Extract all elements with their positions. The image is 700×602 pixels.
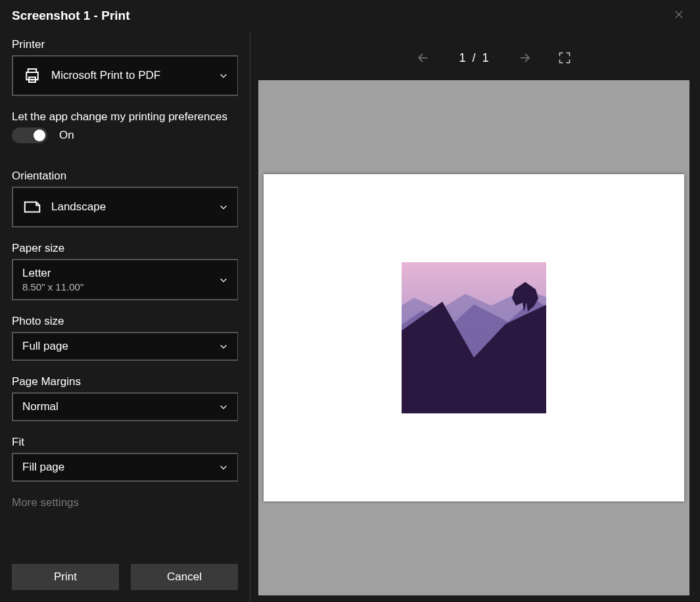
fit-label: Fit [12,436,238,449]
preview-page [264,174,684,501]
app-pref-label: Let the app change my printing preferenc… [12,110,238,124]
paper-size-label: Paper size [12,242,238,255]
page-margins-label: Page Margins [12,375,238,388]
chevron-down-icon [219,342,228,351]
landscape-icon [22,197,42,217]
fit-select[interactable]: Fill page [12,453,238,482]
app-pref-toggle[interactable] [12,127,47,143]
orientation-value: Landscape [51,200,219,214]
prev-page-button[interactable] [415,50,431,66]
page-margins-select[interactable]: Normal [12,392,238,421]
printer-select[interactable]: Microsoft Print to PDF [12,55,238,96]
photo-size-label: Photo size [12,315,238,328]
svg-rect-3 [28,69,37,72]
paper-size-select[interactable]: Letter 8.50" x 11.00" [12,259,238,300]
orientation-select[interactable]: Landscape [12,187,238,227]
dialog-title: Screenshot 1 - Print [12,9,130,23]
chevron-down-icon [219,275,228,285]
page-indicator: 1 / 1 [459,51,488,65]
toggle-state-label: On [59,129,74,142]
chevron-down-icon [219,202,228,212]
printer-label: Printer [12,38,238,51]
preview-panel: 1 / 1 [250,32,700,602]
close-icon [674,10,684,22]
preview-image [402,262,546,413]
title-bar: Screenshot 1 - Print [0,0,700,32]
paper-size-value: Letter 8.50" x 11.00" [22,267,219,292]
preview-controls: 1 / 1 [258,45,689,71]
fullscreen-button[interactable] [558,51,571,64]
preview-area [258,80,689,595]
chevron-down-icon [219,463,228,472]
next-page-button[interactable] [517,50,532,66]
settings-panel: Printer Microsoft Print to PDF Let the a… [0,32,250,602]
close-button[interactable] [670,7,688,25]
chevron-down-icon [219,402,228,411]
action-buttons: Print Cancel [12,553,238,602]
paper-size-main: Letter [22,267,51,279]
printer-value: Microsoft Print to PDF [51,69,219,82]
print-button[interactable]: Print [12,564,119,590]
cancel-button[interactable]: Cancel [131,564,238,590]
orientation-label: Orientation [12,170,238,183]
total-pages: 1 [482,51,489,64]
current-page: 1 [459,51,465,64]
chevron-down-icon [219,71,228,80]
paper-size-sub: 8.50" x 11.00" [22,281,219,292]
photo-size-select[interactable]: Full page [12,332,238,361]
printer-icon [22,66,42,85]
svg-rect-2 [26,72,38,80]
page-sep: / [472,51,475,64]
page-margins-value: Normal [22,400,219,413]
photo-size-value: Full page [22,340,219,353]
fit-value: Fill page [22,461,219,474]
more-settings-link[interactable]: More settings [12,496,238,509]
